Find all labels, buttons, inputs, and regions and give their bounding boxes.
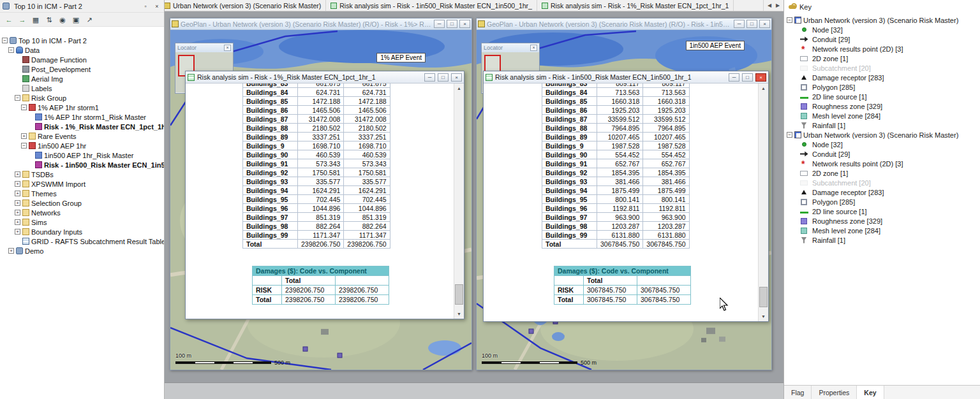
building-row[interactable]: Buildings_91987.5281987.528 bbox=[542, 141, 690, 150]
scrollbar-down-icon[interactable]: ▼ bbox=[759, 312, 768, 321]
key-item-polygon-285[interactable]: Polygon [285] bbox=[784, 82, 980, 92]
key-item-node-32[interactable]: Node [32] bbox=[784, 25, 980, 34]
geoplan-titlebar[interactable]: GeoPlan - Urban Network (version 3) (Sce… bbox=[477, 18, 771, 30]
maximize-icon[interactable]: □ bbox=[742, 73, 753, 82]
maximize-icon[interactable]: □ bbox=[438, 73, 449, 82]
building-row[interactable]: Buildings_996131.8806131.880 bbox=[542, 231, 690, 240]
building-row[interactable]: Buildings_97963.900963.900 bbox=[542, 213, 690, 222]
tree-item-xpswmm-import[interactable]: +XPSWMM Import bbox=[0, 179, 164, 189]
building-row[interactable]: Buildings_91573.343573.343 bbox=[243, 159, 390, 168]
total-row[interactable]: Total3067845.7503067845.750 bbox=[542, 240, 690, 249]
expander-icon[interactable]: + bbox=[15, 219, 20, 225]
vertical-scrollbar[interactable]: ▲ ▼ bbox=[758, 83, 768, 321]
tree-item-labels[interactable]: Labels bbox=[0, 83, 164, 93]
close-icon[interactable]: × bbox=[755, 73, 766, 82]
locator-titlebar[interactable]: Locator × bbox=[175, 43, 233, 52]
building-row[interactable]: Buildings_961044.8961044.896 bbox=[243, 204, 390, 213]
building-row[interactable]: Buildings_95800.141800.141 bbox=[542, 195, 690, 204]
building-row[interactable]: Buildings_84624.731624.731 bbox=[243, 88, 390, 97]
tree-item-data[interactable]: −Data bbox=[0, 45, 164, 55]
grid-view-icon[interactable]: ▦ bbox=[30, 14, 41, 25]
expander-icon[interactable]: − bbox=[15, 95, 20, 101]
building-row[interactable]: Buildings_8731472.00831472.008 bbox=[243, 115, 390, 124]
tree-item-post-development[interactable]: Post_Development bbox=[0, 64, 164, 74]
building-row[interactable]: Buildings_921750.5811750.581 bbox=[243, 168, 390, 177]
building-row[interactable]: Buildings_91652.767652.767 bbox=[542, 159, 690, 168]
scrollbar-up-icon[interactable]: ▲ bbox=[759, 83, 768, 93]
key-item-polygon-285[interactable]: Polygon [285] bbox=[784, 197, 980, 207]
minimize-icon[interactable]: ─ bbox=[424, 73, 435, 82]
copy-icon[interactable]: ▣ bbox=[70, 14, 82, 25]
building-row[interactable]: Buildings_8733599.51233599.512 bbox=[542, 115, 690, 124]
tree-item-networks[interactable]: +Networks bbox=[0, 208, 164, 217]
key-item-damage-receptor-283[interactable]: Damage receptor [283] bbox=[784, 73, 980, 82]
key-item-conduit-29[interactable]: Conduit [29] bbox=[784, 34, 980, 44]
maximize-icon[interactable]: □ bbox=[447, 20, 457, 28]
tree-item-sims[interactable]: +Sims bbox=[0, 217, 164, 227]
key-item-conduit-29[interactable]: Conduit [29] bbox=[784, 149, 980, 159]
building-row[interactable]: Buildings_981203.2871203.287 bbox=[542, 222, 690, 231]
maximize-icon[interactable]: □ bbox=[746, 20, 757, 28]
building-row[interactable]: Buildings_861925.2031925.203 bbox=[542, 106, 690, 115]
scrollbar-up-icon[interactable]: ▲ bbox=[454, 83, 464, 93]
key-item-roughness-zone-329[interactable]: Roughness zone [329] bbox=[784, 101, 980, 111]
expander-icon[interactable]: − bbox=[787, 17, 792, 23]
tree-item-rare-events[interactable]: +Rare Events bbox=[0, 131, 164, 141]
building-row[interactable]: Buildings_941624.2911624.291 bbox=[243, 186, 390, 195]
key-item-network-results-point-2d-3[interactable]: Network results point (2D) [3] bbox=[784, 159, 980, 168]
expander-icon[interactable]: − bbox=[21, 143, 27, 149]
tree-item-top-10-in-icm-part-2[interactable]: −Top 10 in ICM - Part 2 bbox=[0, 36, 164, 45]
close-icon[interactable]: × bbox=[759, 20, 770, 28]
tree-item-grid-rafts-subcatchment-result-table[interactable]: GRID - RAFTS Subcatchment Result Table bbox=[0, 236, 164, 246]
key-network-item[interactable]: −Urban Network (version 3) (Scenario Ris… bbox=[784, 15, 980, 25]
key-item-damage-receptor-283[interactable]: Damage receptor [283] bbox=[784, 187, 980, 197]
expander-icon[interactable]: − bbox=[2, 38, 8, 43]
close-icon[interactable]: × bbox=[530, 45, 537, 51]
expander-icon[interactable]: + bbox=[15, 181, 20, 187]
key-item-rainfall-1[interactable]: Rainfall [1] bbox=[784, 235, 980, 245]
tab-risk-1in500[interactable]: Risk analysis sim - Risk - 1in500_Risk M… bbox=[326, 0, 537, 11]
tab-key[interactable]: Key bbox=[857, 386, 884, 399]
tree-item-risk-1in500-risk-master-ecn-1in500-1hr-1[interactable]: Risk - 1in500_Risk Master ECN_1in500_1hr… bbox=[0, 160, 164, 170]
expander-icon[interactable]: − bbox=[21, 105, 27, 110]
key-item-roughness-zone-329[interactable]: Roughness zone [329] bbox=[784, 216, 980, 226]
building-row[interactable]: Buildings_84713.563713.563 bbox=[542, 88, 690, 97]
scrollbar-down-icon[interactable]: ▼ bbox=[454, 309, 464, 319]
find-icon[interactable]: ◉ bbox=[57, 14, 68, 25]
building-row[interactable]: Buildings_90460.539460.539 bbox=[243, 150, 390, 159]
building-row[interactable]: Buildings_893337.2513337.251 bbox=[243, 133, 390, 141]
tree-item-boundary-inputs[interactable]: +Boundary Inputs bbox=[0, 227, 164, 236]
expander-icon[interactable]: + bbox=[15, 191, 20, 196]
building-row[interactable]: Buildings_851472.1881472.188 bbox=[243, 97, 390, 106]
vertical-scrollbar[interactable]: ▲ ▼ bbox=[454, 83, 464, 319]
tree-item-selection-group[interactable]: +Selection Group bbox=[0, 198, 164, 208]
key-item-2d-line-source-1[interactable]: 2D line source [1] bbox=[784, 92, 980, 101]
expander-icon[interactable]: + bbox=[15, 210, 20, 215]
tree-item-risk-group[interactable]: −Risk Group bbox=[0, 93, 164, 103]
building-row[interactable]: Buildings_882180.5022180.502 bbox=[243, 124, 390, 133]
close-icon[interactable]: × bbox=[459, 20, 470, 28]
key-item-mesh-level-zone-284[interactable]: Mesh level zone [284] bbox=[784, 226, 980, 235]
key-item-network-results-point-2d-3[interactable]: Network results point (2D) [3] bbox=[784, 44, 980, 54]
key-item-2d-line-source-1[interactable]: 2D line source [1] bbox=[784, 207, 980, 216]
tree-item-aerial-img[interactable]: Aerial Img bbox=[0, 74, 164, 83]
export-icon[interactable]: ↗ bbox=[84, 14, 95, 25]
expander-icon[interactable]: + bbox=[15, 200, 20, 206]
key-item-2d-zone-1[interactable]: 2D zone [1] bbox=[784, 168, 980, 178]
building-row[interactable]: Buildings_861465.5061465.506 bbox=[243, 106, 390, 115]
building-row[interactable]: Buildings_95702.445702.445 bbox=[243, 195, 390, 204]
key-item-2d-zone-1[interactable]: 2D zone [1] bbox=[784, 54, 980, 63]
expander-icon[interactable]: + bbox=[15, 171, 20, 177]
key-item-rainfall-1[interactable]: Rainfall [1] bbox=[784, 120, 980, 130]
nav-back-icon[interactable]: ← bbox=[3, 14, 15, 25]
building-row[interactable]: Buildings_921854.3951854.395 bbox=[542, 168, 690, 177]
tree-item-tsdbs[interactable]: +TSDBs bbox=[0, 170, 164, 179]
close-icon[interactable]: × bbox=[451, 73, 462, 82]
pin-icon[interactable]: ▫ bbox=[141, 2, 150, 10]
expander-icon[interactable]: + bbox=[21, 133, 27, 139]
expander-icon[interactable]: − bbox=[8, 47, 14, 53]
building-row[interactable]: Buildings_98882.264882.264 bbox=[243, 222, 390, 231]
tab-risk-1pct[interactable]: Risk analysis sim - Risk - 1%_Risk Maste… bbox=[537, 0, 734, 11]
minimize-icon[interactable]: ─ bbox=[729, 73, 739, 82]
tab-properties[interactable]: Properties bbox=[812, 386, 857, 399]
